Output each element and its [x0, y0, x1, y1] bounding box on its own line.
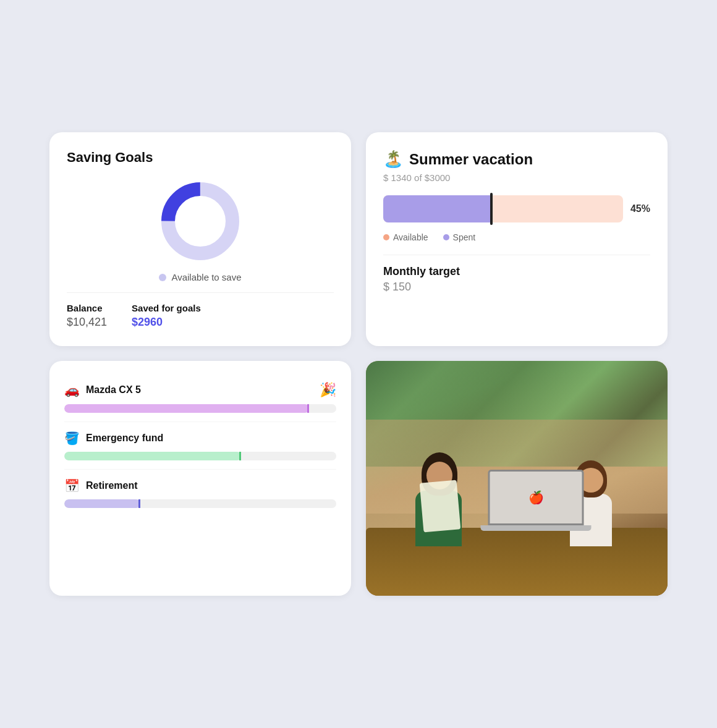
balance-item: Balance $10,421 [67, 303, 107, 329]
saving-goals-card: Saving Goals Available to save Balance $… [49, 132, 351, 346]
goal-name-row: 🚗Mazda CX 5 [64, 383, 141, 397]
goal-bar-marker [138, 499, 140, 508]
goal-header: 🪣Emergency fund [64, 431, 336, 446]
goal-header: 🚗Mazda CX 5🎉 [64, 382, 336, 398]
spent-legend-item: Spent [443, 232, 476, 242]
donut-chart [157, 178, 244, 265]
laptop: 🍎 [488, 470, 584, 531]
monthly-target-label: Monthly target [383, 265, 650, 278]
dashboard: Saving Goals Available to save Balance $… [49, 132, 668, 596]
goal-name-label: Mazda CX 5 [86, 384, 141, 396]
goal-name-row: 📅Retirement [64, 478, 138, 493]
monthly-target-value: $ 150 [383, 281, 650, 294]
goals-container: 🚗Mazda CX 5🎉🪣Emergency fund📅Retirement [64, 373, 336, 517]
goal-bar-fill [64, 452, 241, 460]
goal-name-row: 🪣Emergency fund [64, 431, 163, 446]
balance-label: Balance [67, 303, 107, 313]
progress-bar-fill [383, 195, 491, 222]
saved-goals-value: $2960 [132, 316, 201, 329]
summer-title: Summer vacation [409, 151, 533, 168]
progress-bar-track [383, 195, 623, 222]
goal-item: 📅Retirement [64, 470, 336, 517]
goal-bar-track [64, 452, 336, 460]
laptop-screen: 🍎 [488, 470, 584, 525]
donut-chart-container: Available to save [67, 178, 334, 282]
goal-bar-track [64, 499, 336, 508]
goal-emoji: 📅 [64, 478, 80, 493]
photo-inner: 🍎 [366, 361, 668, 596]
apple-logo-icon: 🍎 [528, 490, 544, 505]
divider [67, 292, 334, 293]
summer-subtitle: $ 1340 of $3000 [383, 172, 650, 183]
saved-goals-item: Saved for goals $2960 [132, 303, 201, 329]
progress-bar-container: 45% [383, 195, 650, 222]
goal-item: 🚗Mazda CX 5🎉 [64, 373, 336, 422]
summer-vacation-card: 🏝️ Summer vacation $ 1340 of $3000 45% A… [366, 132, 668, 346]
spent-label: Spent [453, 232, 476, 242]
balance-value: $10,421 [67, 316, 107, 329]
summer-current: $ 1340 [383, 172, 412, 183]
summer-of: of [414, 172, 425, 183]
progress-bar-border [490, 193, 493, 225]
goal-header: 📅Retirement [64, 478, 336, 493]
summer-divider [383, 255, 650, 255]
goal-celebration-icon: 🎉 [320, 382, 336, 398]
goal-name-label: Retirement [86, 480, 138, 491]
summer-total: $3000 [425, 172, 451, 183]
goal-emoji: 🪣 [64, 431, 80, 446]
notebook [420, 480, 461, 533]
available-legend-dot [159, 274, 166, 281]
summer-legend-row: Available Spent [383, 232, 650, 242]
progress-percent: 45% [630, 203, 650, 214]
available-dot [383, 234, 389, 240]
saving-goals-title: Saving Goals [67, 150, 334, 166]
summer-emoji: 🏝️ [383, 150, 403, 169]
goal-item: 🪣Emergency fund [64, 422, 336, 470]
goal-bar-marker [307, 404, 309, 413]
photo-card: 🍎 [366, 361, 668, 596]
goal-bar-fill [64, 499, 140, 508]
svg-point-2 [177, 198, 224, 245]
goal-bar-track [64, 404, 336, 413]
goal-bar-fill [64, 404, 309, 413]
goal-name-label: Emergency fund [86, 433, 163, 444]
saved-goals-label: Saved for goals [132, 303, 201, 313]
available-legend-item: Available [383, 232, 428, 242]
summer-header: 🏝️ Summer vacation [383, 150, 650, 169]
table [366, 528, 668, 596]
goal-emoji: 🚗 [64, 383, 80, 397]
donut-legend: Available to save [159, 272, 241, 282]
goals-list-card: 🚗Mazda CX 5🎉🪣Emergency fund📅Retirement [49, 361, 351, 596]
available-legend-label: Available to save [171, 272, 241, 282]
goal-bar-marker [239, 452, 241, 460]
laptop-base [481, 525, 591, 531]
available-label: Available [393, 232, 428, 242]
spent-dot [443, 234, 449, 240]
balance-row: Balance $10,421 Saved for goals $2960 [67, 303, 334, 329]
